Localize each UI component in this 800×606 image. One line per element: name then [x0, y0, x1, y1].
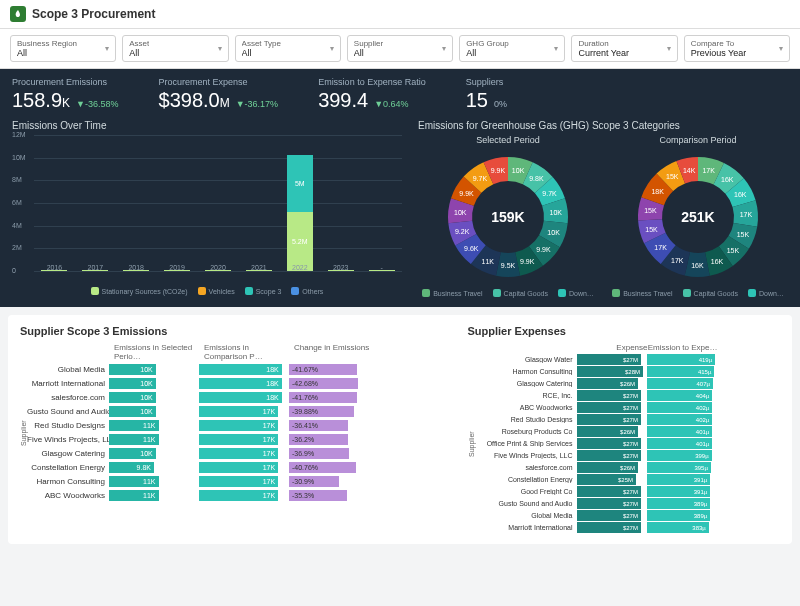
table-supplier-expenses: Supplier Expenses ExpenseEmission to Exp…: [468, 325, 781, 534]
kpi-ratio: Emission to Expense Ratio 399.4 ▼0.64%: [318, 77, 426, 112]
filter-ghg-group[interactable]: GHG Group All ▾: [459, 35, 565, 62]
kpi-delta: ▼-36.58%: [76, 99, 118, 109]
table-row[interactable]: Global Media $27M 389µ: [475, 510, 781, 521]
filter-duration[interactable]: Duration Current Year ▾: [571, 35, 677, 62]
table-row[interactable]: Constellation Energy 9.8K 17K -40.76%: [27, 461, 458, 474]
table-row[interactable]: Glasgow Catering 10K 17K -36.9%: [27, 447, 458, 460]
kpi-value: 158.9K: [12, 89, 70, 112]
chevron-down-icon: ▾: [330, 44, 334, 53]
legend-item[interactable]: Capital Goods: [493, 289, 548, 297]
kpi-expense: Procurement Expense $398.0M ▼-36.17%: [159, 77, 279, 112]
kpi-label: Procurement Emissions: [12, 77, 119, 87]
table-row[interactable]: Glasgow Water $27M 419µ: [475, 354, 781, 365]
legend-item[interactable]: Vehicles: [198, 287, 235, 295]
table-row[interactable]: Glasgow Catering $26M 407µ: [475, 378, 781, 389]
legend-item[interactable]: Business Travel: [422, 289, 482, 297]
table-row[interactable]: Constellation Energy $25M 391µ: [475, 474, 781, 485]
header: Scope 3 Procurement: [0, 0, 800, 29]
table-row[interactable]: Marriott International $27M 383µ: [475, 522, 781, 533]
legend-item[interactable]: Down…: [558, 289, 594, 297]
chevron-down-icon: ▾: [442, 44, 446, 53]
legend-item[interactable]: Stationary Sources (tCO2e): [91, 287, 188, 295]
table-row[interactable]: ABC Woodworks $27M 402µ: [475, 402, 781, 413]
table-row[interactable]: Five Winds Projects, LLC 11K 17K -36.2%: [27, 433, 458, 446]
donut-1: Comparison Period 17K16K16K17K15K15K16K1…: [608, 135, 788, 297]
bar-column[interactable]: 2023: [320, 135, 361, 271]
bar-column[interactable]: 2019: [157, 135, 198, 271]
table-row[interactable]: Roseburg Products Co $26M 401µ: [475, 426, 781, 437]
table-row[interactable]: Harmon Consulting 11K 17K -30.9%: [27, 475, 458, 488]
page-title: Scope 3 Procurement: [32, 7, 155, 21]
donut-center-value: 251K: [681, 209, 714, 225]
table-row[interactable]: Red Studio Designs 11K 17K -36.41%: [27, 419, 458, 432]
legend-item[interactable]: Capital Goods: [683, 289, 738, 297]
table-row[interactable]: Red Studio Designs $27M 402µ: [475, 414, 781, 425]
bar-column[interactable]: 2016: [34, 135, 75, 271]
table-row[interactable]: salesforce.com $26M 395µ: [475, 462, 781, 473]
legend-item[interactable]: Others: [291, 287, 323, 295]
chart-emissions-over-time: Emissions Over Time 02M4M6M8M10M12M20162…: [12, 120, 402, 297]
chevron-down-icon: ▾: [667, 44, 671, 53]
bar-column[interactable]: 5M5.2M2022: [279, 135, 320, 271]
table-row[interactable]: ABC Woodworks 11K 17K -35.3%: [27, 489, 458, 502]
bottom-tables: Supplier Scope 3 Emissions Emissions in …: [8, 315, 792, 544]
table-row[interactable]: Good Freight Co $27M 391µ: [475, 486, 781, 497]
table-supplier-emissions: Supplier Scope 3 Emissions Emissions in …: [20, 325, 458, 534]
table-row[interactable]: Marriott International 10K 18K -42.68%: [27, 377, 458, 390]
chevron-down-icon: ▾: [105, 44, 109, 53]
bar-column[interactable]: 2020: [198, 135, 239, 271]
app-logo-icon: [10, 6, 26, 22]
donut-0: Selected Period 10K9.8K9.7K10K10K9.9K9.9…: [418, 135, 598, 297]
dark-panel: Procurement Emissions 158.9K ▼-36.58% Pr…: [0, 69, 800, 307]
kpi-suppliers: Suppliers 15 0%: [466, 77, 507, 112]
filter-supplier[interactable]: Supplier All ▾: [347, 35, 453, 62]
bar-column[interactable]: 2018: [116, 135, 157, 271]
table-row[interactable]: Five Winds Projects, LLC $27M 399µ: [475, 450, 781, 461]
bar-column[interactable]: 2017: [75, 135, 116, 271]
table-row[interactable]: Gusto Sound and Audio $27M 389µ: [475, 498, 781, 509]
donut-center-value: 159K: [491, 209, 524, 225]
table-row[interactable]: Office Print & Ship Services $27M 401µ: [475, 438, 781, 449]
table-row[interactable]: salesforce.com 10K 18K -41.76%: [27, 391, 458, 404]
kpi-emissions: Procurement Emissions 158.9K ▼-36.58%: [12, 77, 119, 112]
bar-column[interactable]: -: [361, 135, 402, 271]
legend-item[interactable]: Down…: [748, 289, 784, 297]
kpi-row: Procurement Emissions 158.9K ▼-36.58% Pr…: [12, 77, 788, 112]
chevron-down-icon: ▾: [218, 44, 222, 53]
legend-item[interactable]: Scope 3: [245, 287, 282, 295]
chart-ghg-categories: Emissions for Greenhouse Gas (GHG) Scope…: [418, 120, 788, 297]
bar-column[interactable]: 2021: [238, 135, 279, 271]
filter-business-region[interactable]: Business Region All ▾: [10, 35, 116, 62]
filter-asset-type[interactable]: Asset Type All ▾: [235, 35, 341, 62]
table-row[interactable]: RCE, Inc. $27M 404µ: [475, 390, 781, 401]
chevron-down-icon: ▾: [554, 44, 558, 53]
table-row[interactable]: Harmon Consulting $28M 415µ: [475, 366, 781, 377]
table-row[interactable]: Global Media 10K 18K -41.67%: [27, 363, 458, 376]
legend-item[interactable]: Business Travel: [612, 289, 672, 297]
filter-asset[interactable]: Asset All ▾: [122, 35, 228, 62]
filter-bar: Business Region All ▾ Asset All ▾ Asset …: [0, 29, 800, 69]
chevron-down-icon: ▾: [779, 44, 783, 53]
table-row[interactable]: Gusto Sound and Audio 10K 17K -39.88%: [27, 405, 458, 418]
filter-compare-to[interactable]: Compare To Previous Year ▾: [684, 35, 790, 62]
